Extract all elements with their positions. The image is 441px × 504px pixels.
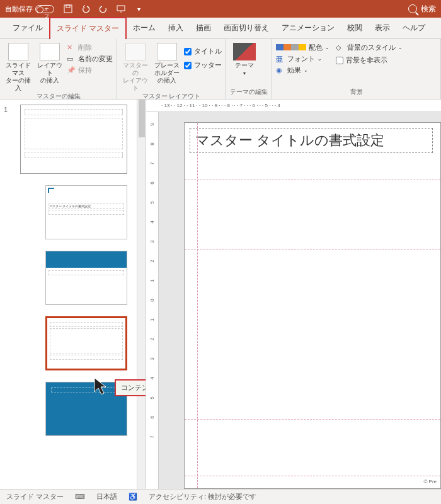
insert-placeholder-button[interactable]: プレースホルダー の挿入 bbox=[152, 42, 181, 84]
guide-horizontal bbox=[185, 476, 440, 476]
master-thumbnail[interactable] bbox=[20, 105, 127, 174]
present-icon[interactable] bbox=[116, 4, 126, 14]
title-checkbox[interactable]: タイトル bbox=[184, 45, 222, 57]
qat-more-icon[interactable]: ▾ bbox=[134, 4, 144, 14]
master-title-placeholder[interactable]: マスター タイトルの書式設定 bbox=[190, 128, 433, 153]
save-icon[interactable] bbox=[63, 4, 73, 14]
delete-button[interactable]: ✕削除 bbox=[67, 43, 113, 52]
layout-icon bbox=[40, 43, 60, 60]
slide-master-icon bbox=[8, 43, 28, 60]
master-layout-button[interactable]: マスターの レイアウト bbox=[121, 42, 150, 92]
title-chk-label: タイトル bbox=[194, 47, 222, 56]
tab-review[interactable]: 校閲 bbox=[341, 18, 369, 38]
chevron-down-icon: ⌄ bbox=[398, 45, 403, 50]
tab-draw[interactable]: 描画 bbox=[190, 18, 217, 38]
tab-home[interactable]: ホーム bbox=[127, 18, 162, 38]
footer-placeholder: © Pre bbox=[423, 479, 437, 484]
footer-checkbox-input[interactable] bbox=[184, 62, 192, 69]
layout-tooltip: コンテンツ レイアウト: スライド 3, 5-6 で使用される bbox=[115, 379, 146, 396]
insert-slide-master-button[interactable]: スライド マス ターの挿入 bbox=[4, 42, 33, 92]
bg-styles-label: 背景のスタイル bbox=[347, 43, 396, 52]
bg-styles-button[interactable]: ◇背景のスタイル ⌄ bbox=[336, 43, 403, 52]
rename-label: 名前の変更 bbox=[78, 54, 113, 64]
tab-transitions[interactable]: 画面切り替え bbox=[217, 18, 275, 38]
layout-thumb-2[interactable] bbox=[45, 251, 127, 305]
tab-help[interactable]: ヘルプ bbox=[396, 18, 432, 38]
group-theme-edit: テーマ ▾ テーマの編集 bbox=[226, 39, 272, 99]
vertical-ruler: 98765432101234567 bbox=[146, 112, 159, 489]
colors-label: 配色 bbox=[309, 43, 323, 52]
chevron-down-icon: ⌄ bbox=[318, 56, 322, 62]
layout-thumb-3-selected[interactable] bbox=[45, 316, 127, 370]
undo-icon[interactable] bbox=[81, 4, 91, 14]
status-accessibility[interactable]: アクセシビリティ: 検討が必要です bbox=[149, 492, 256, 501]
preserve-label: 保持 bbox=[78, 66, 92, 75]
status-mode: スライド マスター bbox=[6, 492, 64, 501]
svg-rect-2 bbox=[117, 6, 125, 11]
colors-button[interactable]: 配色 ⌄ bbox=[276, 43, 329, 52]
tab-file[interactable]: ファイル bbox=[6, 18, 49, 38]
svg-rect-0 bbox=[64, 5, 72, 13]
slide-canvas[interactable]: マスター タイトルの書式設定 © Pre bbox=[184, 122, 441, 489]
themes-icon bbox=[233, 43, 256, 60]
title-checkbox-input[interactable] bbox=[184, 48, 192, 55]
status-language[interactable]: 日本語 bbox=[96, 492, 117, 501]
footer-checkbox[interactable]: フッター bbox=[184, 59, 222, 71]
themes-button[interactable]: テーマ ▾ bbox=[230, 42, 259, 77]
insert-layout-button[interactable]: レイアウト の挿入 bbox=[35, 42, 64, 84]
chevron-down-icon: ▾ bbox=[243, 71, 246, 77]
delete-label: 削除 bbox=[78, 43, 92, 52]
hide-bg-checkbox[interactable]: 背景を非表示 bbox=[336, 54, 403, 66]
effects-button[interactable]: ◉効果 ⌄ bbox=[276, 66, 329, 75]
guide-horizontal bbox=[185, 249, 440, 249]
quick-access-toolbar: ▾ bbox=[63, 4, 144, 14]
rename-icon: ▭ bbox=[67, 55, 76, 64]
title-bar: 自動保存 オフ ▾ 検索 bbox=[0, 0, 441, 18]
thumbnail-panel: 1 マスター タイトルの書式設定 コンテンツ レイアウト: スライド 3, 5-… bbox=[0, 100, 146, 489]
delete-icon: ✕ bbox=[67, 43, 76, 52]
group-background: 配色 ⌄ 亜フォント ⌄ ◉効果 ⌄ ◇背景のスタイル ⌄ 背景を非表示 背景 bbox=[272, 39, 441, 99]
placeholder-icon bbox=[157, 43, 177, 60]
tab-animations[interactable]: アニメーション bbox=[275, 18, 341, 38]
thumbnail-scrollbar[interactable] bbox=[137, 100, 146, 489]
group-edit-master: スライド マス ターの挿入 レイアウト の挿入 ✕削除 ▭名前の変更 📌保持 マ… bbox=[0, 39, 117, 99]
autosave-label: 自動保存 bbox=[5, 4, 33, 14]
master-number: 1 bbox=[4, 106, 8, 113]
horizontal-ruler: · 13 · · 12 · · 11 · · 10 · · 9 · · · 8 … bbox=[146, 100, 441, 112]
redo-icon[interactable] bbox=[98, 4, 108, 14]
ribbon-tabs: ファイル スライド マスター ホーム 挿入 描画 画面切り替え アニメーション … bbox=[0, 18, 441, 39]
layout-thumb-1[interactable]: マスター タイトルの書式設定 bbox=[45, 185, 127, 239]
tab-insert[interactable]: 挿入 bbox=[162, 18, 190, 38]
svg-rect-1 bbox=[66, 5, 70, 8]
ribbon: スライド マス ターの挿入 レイアウト の挿入 ✕削除 ▭名前の変更 📌保持 マ… bbox=[0, 39, 441, 100]
guide-horizontal bbox=[185, 419, 440, 420]
rename-button[interactable]: ▭名前の変更 bbox=[67, 54, 113, 64]
hide-bg-input[interactable] bbox=[336, 57, 343, 64]
footer-chk-label: フッター bbox=[194, 60, 222, 70]
preserve-icon: 📌 bbox=[67, 66, 76, 75]
fonts-icon: 亜 bbox=[276, 55, 285, 64]
group-master-layout: マスターの レイアウト プレースホルダー の挿入 タイトル フッター マスター … bbox=[117, 39, 226, 99]
guide-horizontal bbox=[185, 180, 440, 180]
group-background-label: 背景 bbox=[276, 88, 437, 98]
preserve-button[interactable]: 📌保持 bbox=[67, 66, 113, 75]
chevron-down-icon: ⌄ bbox=[325, 45, 329, 50]
effects-icon: ◉ bbox=[276, 66, 285, 75]
accessibility-icon[interactable]: ♿ bbox=[129, 493, 137, 501]
tab-slide-master[interactable]: スライド マスター bbox=[49, 17, 127, 39]
slide-editor: · 13 · · 12 · · 11 · · 10 · · 9 · · · 8 … bbox=[146, 100, 441, 489]
fonts-label: フォント bbox=[287, 54, 315, 64]
input-mode-icon[interactable]: ⌨ bbox=[75, 493, 85, 501]
fonts-button[interactable]: 亜フォント ⌄ bbox=[276, 54, 329, 64]
master-layout-icon bbox=[125, 43, 146, 60]
autosave-toggle[interactable]: 自動保存 オフ bbox=[5, 4, 54, 14]
search-box[interactable]: 検索 bbox=[408, 4, 436, 14]
search-icon bbox=[408, 4, 417, 13]
bg-styles-icon: ◇ bbox=[336, 43, 345, 52]
group-theme-label: テーマの編集 bbox=[230, 88, 268, 98]
chevron-down-icon: ⌄ bbox=[304, 67, 308, 73]
tab-view[interactable]: 表示 bbox=[369, 18, 396, 38]
insert-layout-label: レイアウト の挿入 bbox=[35, 62, 64, 84]
placeholder-label: プレースホルダー の挿入 bbox=[152, 62, 181, 84]
insert-slide-master-label: スライド マス ターの挿入 bbox=[4, 62, 33, 92]
